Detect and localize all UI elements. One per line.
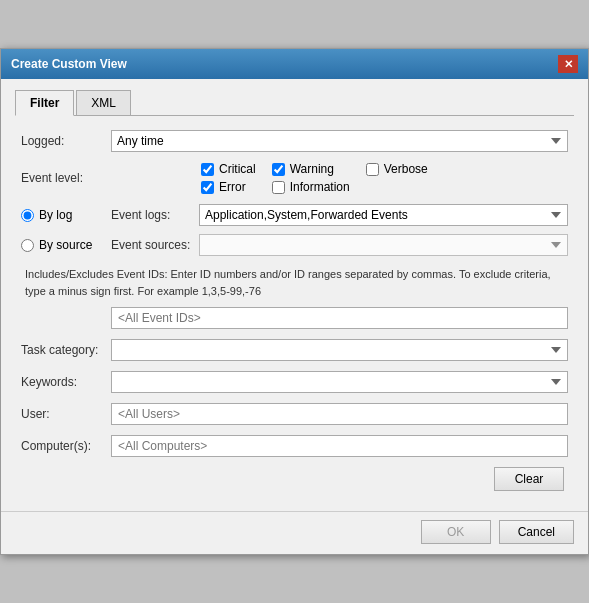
- information-checkbox[interactable]: [272, 181, 285, 194]
- title-bar: Create Custom View ✕: [1, 49, 588, 79]
- logged-control-wrap: Any time Last hour Last 12 hours Last 24…: [111, 130, 568, 152]
- by-log-right: Event logs: Application,System,Forwarded…: [111, 204, 568, 226]
- by-source-label: By source: [39, 238, 92, 252]
- checkbox-warning[interactable]: Warning: [272, 162, 350, 176]
- user-label: User:: [21, 407, 111, 421]
- by-source-radio[interactable]: [21, 239, 34, 252]
- bottom-buttons: OK Cancel: [1, 511, 588, 554]
- by-source-right: Event sources:: [111, 234, 568, 256]
- error-checkbox[interactable]: [201, 181, 214, 194]
- task-category-row: Task category:: [21, 339, 568, 361]
- keywords-control-wrap: [111, 371, 568, 393]
- event-logs-dropdown[interactable]: Application,System,Forwarded Events: [199, 204, 568, 226]
- computer-control-wrap: [111, 435, 568, 457]
- ok-button[interactable]: OK: [421, 520, 491, 544]
- task-category-dropdown[interactable]: [111, 339, 568, 361]
- dialog-content: Filter XML Logged: Any time Last hour La…: [1, 79, 588, 511]
- event-level-row: Event level: Critical Warning Verbose: [21, 162, 568, 194]
- close-button[interactable]: ✕: [558, 55, 578, 73]
- task-category-control-wrap: [111, 339, 568, 361]
- computer-row: Computer(s):: [21, 435, 568, 457]
- computer-label: Computer(s):: [21, 439, 111, 453]
- critical-checkbox[interactable]: [201, 163, 214, 176]
- checkboxes-grid: Critical Warning Verbose Error: [201, 162, 428, 194]
- checkbox-error[interactable]: Error: [201, 180, 256, 194]
- event-logs-label: Event logs:: [111, 208, 191, 222]
- event-level-label: Event level:: [21, 171, 111, 185]
- event-ids-input[interactable]: [111, 307, 568, 329]
- logged-dropdown[interactable]: Any time Last hour Last 12 hours Last 24…: [111, 130, 568, 152]
- event-logs-wrap: Application,System,Forwarded Events: [199, 204, 568, 226]
- tab-bar: Filter XML: [15, 89, 574, 116]
- by-log-radio[interactable]: [21, 209, 34, 222]
- clear-row: Clear: [21, 467, 568, 491]
- verbose-label: Verbose: [384, 162, 428, 176]
- event-sources-label: Event sources:: [111, 238, 191, 252]
- checkbox-verbose[interactable]: Verbose: [366, 162, 428, 176]
- by-log-row: By log Event logs: Application,System,Fo…: [21, 204, 568, 226]
- cancel-button[interactable]: Cancel: [499, 520, 574, 544]
- keywords-row: Keywords:: [21, 371, 568, 393]
- event-sources-wrap: [199, 234, 568, 256]
- user-row: User:: [21, 403, 568, 425]
- checkbox-critical[interactable]: Critical: [201, 162, 256, 176]
- filter-section: Logged: Any time Last hour Last 12 hours…: [15, 130, 574, 491]
- verbose-checkbox[interactable]: [366, 163, 379, 176]
- event-ids-row: [21, 307, 568, 329]
- by-log-radio-label[interactable]: By log: [21, 208, 111, 222]
- logged-row: Logged: Any time Last hour Last 12 hours…: [21, 130, 568, 152]
- user-input[interactable]: [111, 403, 568, 425]
- computer-input[interactable]: [111, 435, 568, 457]
- by-source-row: By source Event sources:: [21, 234, 568, 256]
- task-category-label: Task category:: [21, 343, 111, 357]
- warning-label: Warning: [290, 162, 334, 176]
- user-control-wrap: [111, 403, 568, 425]
- information-label: Information: [290, 180, 350, 194]
- by-source-radio-label[interactable]: By source: [21, 238, 111, 252]
- warning-checkbox[interactable]: [272, 163, 285, 176]
- checkbox-information[interactable]: Information: [272, 180, 350, 194]
- tab-xml[interactable]: XML: [76, 90, 131, 116]
- radio-group: By log Event logs: Application,System,Fo…: [21, 204, 568, 256]
- clear-button[interactable]: Clear: [494, 467, 564, 491]
- tab-filter[interactable]: Filter: [15, 90, 74, 116]
- dialog-title: Create Custom View: [11, 57, 127, 71]
- critical-label: Critical: [219, 162, 256, 176]
- error-label: Error: [219, 180, 246, 194]
- keywords-label: Keywords:: [21, 375, 111, 389]
- by-log-label: By log: [39, 208, 72, 222]
- event-sources-dropdown[interactable]: [199, 234, 568, 256]
- create-custom-view-dialog: Create Custom View ✕ Filter XML Logged: …: [0, 48, 589, 555]
- keywords-dropdown[interactable]: [111, 371, 568, 393]
- hint-text: Includes/Excludes Event IDs: Enter ID nu…: [21, 266, 568, 299]
- logged-label: Logged:: [21, 134, 111, 148]
